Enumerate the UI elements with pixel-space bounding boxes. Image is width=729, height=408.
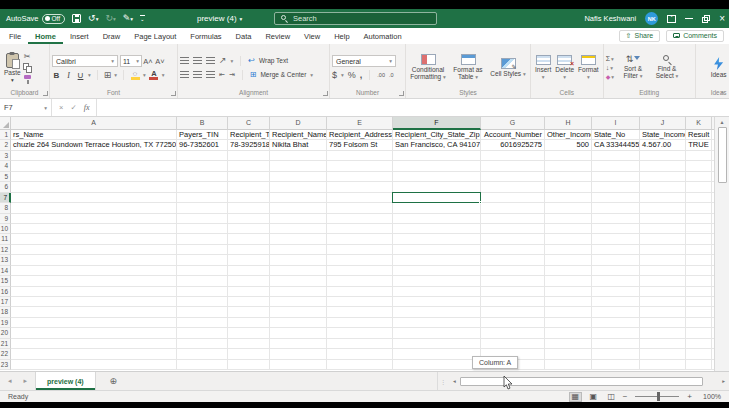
cell-F2[interactable]: San Francisco, CA 94107 — [393, 140, 481, 150]
cell-C6[interactable] — [228, 182, 270, 192]
scrollbar-splitter[interactable]: ⋮ — [440, 378, 447, 385]
cell-D20[interactable] — [270, 328, 327, 338]
cell-A10[interactable] — [11, 224, 177, 234]
font-name-caret-icon[interactable] — [111, 58, 114, 64]
cell-C21[interactable] — [228, 339, 270, 349]
cell-G11[interactable] — [481, 234, 545, 244]
zoom-slider[interactable] — [635, 396, 679, 397]
row-header-19[interactable]: 19 — [0, 318, 11, 328]
row-header-16[interactable]: 16 — [0, 287, 11, 297]
cell-G1[interactable]: Account_Number — [481, 130, 545, 140]
sheet-nav-right-icon[interactable]: ▸ — [24, 377, 28, 385]
cell-K8[interactable] — [686, 203, 712, 213]
cell-C11[interactable] — [228, 234, 270, 244]
cell-G7[interactable] — [481, 193, 545, 203]
autosum-button[interactable]: Σ — [606, 55, 614, 62]
cell-I13[interactable] — [592, 255, 640, 265]
row-header-4[interactable]: 4 — [0, 161, 11, 171]
zoom-in-icon[interactable]: + — [687, 392, 692, 401]
cell-F5[interactable] — [393, 172, 481, 182]
format-painter-icon[interactable] — [23, 75, 32, 84]
cell-F21[interactable] — [393, 339, 481, 349]
cell-B3[interactable] — [177, 151, 228, 161]
cell-B22[interactable] — [177, 349, 228, 359]
cell-J4[interactable] — [640, 161, 686, 171]
cell-E21[interactable] — [327, 339, 393, 349]
row-header-21[interactable]: 21 — [0, 339, 11, 349]
column-header-C[interactable]: C — [228, 117, 270, 130]
row-header-9[interactable]: 9 — [0, 214, 11, 224]
delete-cells-button[interactable]: × Delete — [553, 55, 576, 80]
cell-G14[interactable] — [481, 266, 545, 276]
cell-B18[interactable] — [177, 307, 228, 317]
format-cells-button[interactable]: Format — [576, 55, 601, 80]
cell-D2[interactable]: Nikita Bhat — [270, 140, 327, 150]
cell-D10[interactable] — [270, 224, 327, 234]
cell-C13[interactable] — [228, 255, 270, 265]
cell-I22[interactable] — [592, 349, 640, 359]
cell-H18[interactable] — [545, 307, 592, 317]
cell-I6[interactable] — [592, 182, 640, 192]
currency-icon[interactable]: $ — [332, 71, 337, 80]
underline-button[interactable]: U — [76, 71, 85, 80]
cell-H7[interactable] — [545, 193, 592, 203]
active-cell-outline[interactable] — [392, 192, 481, 203]
cell-J7[interactable] — [640, 193, 686, 203]
cell-J8[interactable] — [640, 203, 686, 213]
column-header-J[interactable]: J — [640, 117, 686, 130]
scroll-right-icon[interactable]: ▸ — [720, 378, 727, 384]
increase-font-icon[interactable]: A˄ — [142, 56, 154, 66]
clipboard-dialog-launcher-icon[interactable] — [43, 91, 48, 96]
cell-H2[interactable]: 500 — [545, 140, 592, 150]
cell-C12[interactable] — [228, 245, 270, 255]
cell-G20[interactable] — [481, 328, 545, 338]
cell-B17[interactable] — [177, 297, 228, 307]
cell-G19[interactable] — [481, 318, 545, 328]
cell-C1[interactable]: Recipient_TIN — [228, 130, 270, 140]
cell-E2[interactable]: 795 Folsom St — [327, 140, 393, 150]
column-header-E[interactable]: E — [327, 117, 393, 130]
cell-B23[interactable] — [177, 360, 228, 370]
cell-A7[interactable] — [11, 193, 177, 203]
cell-A20[interactable] — [11, 328, 177, 338]
cell-J5[interactable] — [640, 172, 686, 182]
cell-D3[interactable] — [270, 151, 327, 161]
cell-I7[interactable] — [592, 193, 640, 203]
cell-H21[interactable] — [545, 339, 592, 349]
cell-F4[interactable] — [393, 161, 481, 171]
cell-K3[interactable] — [686, 151, 712, 161]
collapse-ribbon-icon[interactable]: ^ — [721, 90, 724, 97]
cell-D11[interactable] — [270, 234, 327, 244]
paste-button[interactable]: Paste — [2, 53, 23, 83]
menu-tab-file[interactable]: File — [2, 28, 28, 44]
cell-K11[interactable] — [686, 234, 712, 244]
cell-B10[interactable] — [177, 224, 228, 234]
row-header-7[interactable]: 7 — [0, 193, 11, 203]
cell-E19[interactable] — [327, 318, 393, 328]
cell-A16[interactable] — [11, 287, 177, 297]
cell-E12[interactable] — [327, 245, 393, 255]
cell-C22[interactable] — [228, 349, 270, 359]
cell-D14[interactable] — [270, 266, 327, 276]
menu-tab-view[interactable]: View — [297, 28, 327, 44]
cell-H12[interactable] — [545, 245, 592, 255]
menu-tab-formulas[interactable]: Formulas — [183, 28, 228, 44]
row-header-20[interactable]: 20 — [0, 328, 11, 338]
cell-B8[interactable] — [177, 203, 228, 213]
cell-J10[interactable] — [640, 224, 686, 234]
cell-E11[interactable] — [327, 234, 393, 244]
row-header-6[interactable]: 6 — [0, 182, 11, 192]
vertical-scroll-thumb[interactable] — [718, 127, 727, 183]
cell-J3[interactable] — [640, 151, 686, 161]
cell-E20[interactable] — [327, 328, 393, 338]
cell-K19[interactable] — [686, 318, 712, 328]
row-header-2[interactable]: 2 — [0, 140, 11, 150]
align-left-icon[interactable] — [180, 71, 189, 78]
cell-A14[interactable] — [11, 266, 177, 276]
cell-K1[interactable]: Result — [686, 130, 712, 140]
cell-H9[interactable] — [545, 214, 592, 224]
cell-F18[interactable] — [393, 307, 481, 317]
formula-input[interactable] — [97, 99, 729, 116]
font-color-caret-icon[interactable] — [162, 72, 165, 78]
cell-K10[interactable] — [686, 224, 712, 234]
